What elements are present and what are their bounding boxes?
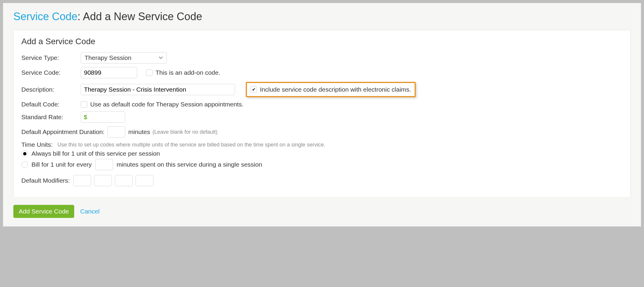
addon-label: This is an add-on code. xyxy=(156,69,220,76)
page-title: Service Code: Add a New Service Code xyxy=(13,10,631,23)
add-service-code-button[interactable]: Add Service Code xyxy=(13,205,74,218)
per-minutes-input[interactable] xyxy=(95,159,113,170)
default-code-checkbox[interactable] xyxy=(81,101,87,108)
duration-unit: minutes xyxy=(128,128,150,135)
dollar-icon: $ xyxy=(84,114,87,121)
form-card: Add a Service Code Service Type: Therapy… xyxy=(13,30,631,198)
modifier-input-1[interactable] xyxy=(73,175,91,186)
description-input[interactable] xyxy=(81,84,235,95)
include-desc-highlight: Include service code description with el… xyxy=(246,82,416,97)
label-duration: Default Appointment Duration: xyxy=(21,128,104,135)
cancel-button[interactable]: Cancel xyxy=(80,208,99,215)
modifier-input-2[interactable] xyxy=(94,175,112,186)
label-description: Description: xyxy=(21,86,81,93)
service-type-select[interactable]: Therapy Session xyxy=(81,52,167,63)
duration-input[interactable] xyxy=(107,126,125,138)
modifier-input-4[interactable] xyxy=(136,175,153,186)
time-units-hint: Use this to set up codes where multiple … xyxy=(57,142,325,148)
page-title-link[interactable]: Service Code xyxy=(13,10,77,23)
include-desc-checkbox[interactable] xyxy=(250,86,257,93)
time-units-per-suffix: minutes spent on this service during a s… xyxy=(117,161,262,168)
page-title-rest: : Add a New Service Code xyxy=(77,10,202,23)
duration-hint: (Leave blank for no default) xyxy=(153,129,218,135)
chevron-down-icon xyxy=(159,56,163,60)
time-units-per-prefix: Bill for 1 unit for every xyxy=(31,161,92,168)
label-standard-rate: Standard Rate: xyxy=(21,114,81,121)
modifier-input-3[interactable] xyxy=(115,175,133,186)
service-code-input[interactable] xyxy=(81,67,137,78)
default-code-label: Use as default code for Therapy Session … xyxy=(90,101,244,108)
include-desc-label: Include service code description with el… xyxy=(260,86,411,93)
card-heading: Add a Service Code xyxy=(21,37,623,46)
time-units-radio-always[interactable] xyxy=(21,150,28,157)
label-service-code: Service Code: xyxy=(21,69,81,76)
standard-rate-input[interactable] xyxy=(81,111,125,123)
label-time-units: Time Units: xyxy=(21,141,53,148)
addon-checkbox[interactable] xyxy=(146,69,153,76)
time-units-always-label: Always bill for 1 unit of this service p… xyxy=(31,150,160,157)
time-units-radio-per[interactable] xyxy=(21,161,28,168)
service-type-selected: Therapy Session xyxy=(85,54,131,61)
label-default-code: Default Code: xyxy=(21,101,81,108)
label-service-type: Service Type: xyxy=(21,54,81,61)
label-default-modifiers: Default Modifiers: xyxy=(21,177,70,184)
